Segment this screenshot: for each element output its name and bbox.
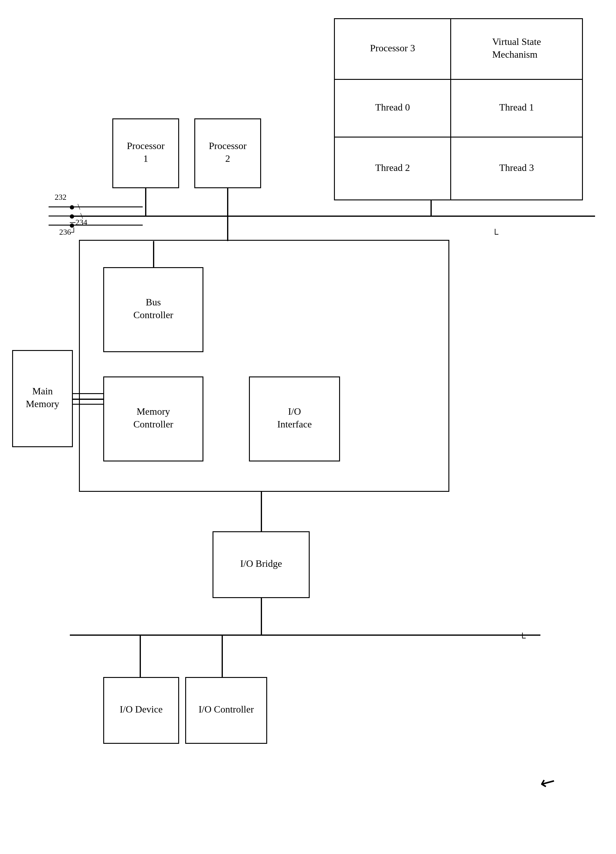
main-memory-box: MainMemory <box>12 350 73 447</box>
thread2-label: Thread 2 <box>375 162 410 174</box>
io-bridge-box: I/O Bridge <box>212 531 310 598</box>
iobus-to-iocontroller <box>222 634 223 677</box>
control-line <box>49 206 143 207</box>
sysint-to-iobridge <box>261 492 262 532</box>
proc1-to-bus <box>145 188 146 216</box>
memory-connector-top <box>73 393 104 394</box>
processor2-label: Processor2 <box>209 140 247 165</box>
thread1-box: Thread 1 <box>450 80 582 137</box>
memory-to-sysint <box>73 399 104 400</box>
processor1-box: Processor1 <box>112 118 179 188</box>
control-junction <box>70 205 74 209</box>
data-line <box>49 225 143 226</box>
bus-controller-box: BusController <box>103 267 203 352</box>
processor1-label: Processor1 <box>127 140 165 165</box>
address-line <box>49 215 143 217</box>
busctrl-to-busline <box>153 241 154 268</box>
thread0-box: Thread 0 <box>335 80 450 137</box>
io-controller-box: I/O Controller <box>185 677 267 744</box>
io-device-box: I/O Device <box>103 677 179 744</box>
bus-controller-label: BusController <box>133 296 173 321</box>
processor2-box: Processor2 <box>194 118 261 188</box>
io-bus-label: └ <box>516 622 526 643</box>
iobridge-to-iobus <box>261 598 262 634</box>
thread1-label: Thread 1 <box>499 101 534 114</box>
computer-system-arrow: ↙ <box>536 769 560 795</box>
main-memory-label: MainMemory <box>26 385 59 410</box>
processor-bus-label: └ <box>486 219 498 239</box>
address-junction <box>70 214 74 219</box>
data-junction <box>70 223 74 228</box>
iobus-to-iodevice <box>140 634 141 677</box>
thread3-label: Thread 3 <box>499 162 534 174</box>
signal-236: 236┘ <box>59 228 76 237</box>
proc2-to-bus <box>227 188 228 216</box>
vsm-box: Virtual StateMechanism <box>450 19 582 80</box>
signal-232: 232 <box>55 193 67 202</box>
processor3-label: Processor 3 <box>370 42 415 55</box>
processor-bus-line <box>70 215 595 217</box>
memory-connector-bot <box>73 404 104 405</box>
io-device-label: I/O Device <box>120 703 162 716</box>
bus-to-sysint <box>227 216 228 241</box>
io-controller-label: I/O Controller <box>198 703 254 716</box>
processor3-label-box: Processor 3 <box>335 19 450 80</box>
thread0-label: Thread 0 <box>375 101 410 114</box>
memory-controller-box: MemoryController <box>103 377 203 462</box>
io-bridge-label: I/O Bridge <box>240 557 282 570</box>
memory-controller-label: MemoryController <box>133 405 173 430</box>
thread2-box: Thread 2 <box>335 137 450 200</box>
proc3-to-bus <box>430 200 432 216</box>
io-interface-label: I/OInterface <box>277 405 312 430</box>
io-interface-box: I/OInterface <box>249 377 340 462</box>
thread3-box: Thread 3 <box>450 137 582 200</box>
vsm-label: Virtual StateMechanism <box>492 35 541 61</box>
